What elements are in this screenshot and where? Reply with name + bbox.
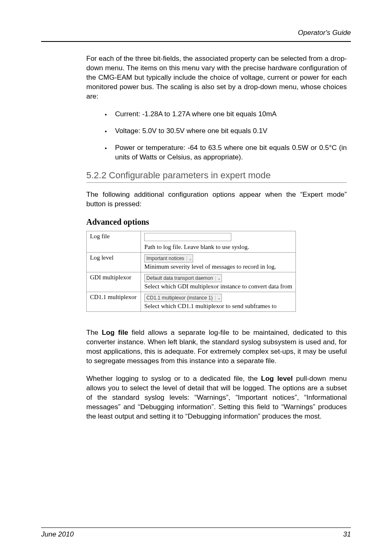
help-text: Minimum severity level of messages to re… <box>144 263 276 270</box>
table-row: Log file Path to log file. Leave blank t… <box>87 231 296 253</box>
select-value: CD1.1 multiplexor (instance 1) <box>146 295 215 301</box>
expert-intro: The following additional configuration o… <box>86 190 347 209</box>
chevron-down-icon: ⌄ <box>215 296 221 300</box>
table-row: Log level Important notices ⌄ Minimum se… <box>87 253 296 272</box>
section-heading: 5.2.2 Configurable parameters in expert … <box>86 170 347 183</box>
log-file-input[interactable] <box>144 233 231 241</box>
log-level-paragraph: Whether logging to syslog or to a dedica… <box>86 374 347 421</box>
list-item: • Voltage: 5.0V to 30.5V where one bit e… <box>105 127 347 136</box>
bullet-dot: • <box>105 127 115 136</box>
row-content: CD1.1 multiplexor (instance 1) ⌄ Select … <box>141 292 296 312</box>
list-item: • Power or temperature: -64 to 63.5 wher… <box>105 143 347 162</box>
table-row: GDI multiplexor Default data transport d… <box>87 272 296 292</box>
log-level-bold: Log level <box>261 375 293 382</box>
bullet-dot: • <box>105 110 115 119</box>
bullet-text: Current: -1.28A to 1.27A where one bit e… <box>115 110 347 119</box>
bullet-text: Power or temperature: -64 to 63.5 where … <box>115 143 347 162</box>
chevron-down-icon: ⌄ <box>187 256 192 261</box>
select-value: Default data transport daemon <box>146 275 215 281</box>
bullet-text: Voltage: 5.0V to 30.5V where one bit equ… <box>115 127 347 136</box>
advanced-options-title: Advanced options <box>86 217 347 227</box>
advanced-options-table: Log file Path to log file. Leave blank t… <box>86 231 296 312</box>
footer-page: 31 <box>343 530 351 539</box>
log-file-bold: Log file <box>102 329 128 336</box>
help-text: Path to log file. Leave blank to use sys… <box>144 244 249 250</box>
help-text: Select which CD1.1 multiplexor to send s… <box>144 303 277 309</box>
row-content: Path to log file. Leave blank to use sys… <box>141 231 296 253</box>
cd11-multiplexor-select[interactable]: CD1.1 multiplexor (instance 1) ⌄ <box>144 294 221 302</box>
row-label: CD1.1 multiplexor <box>87 292 141 312</box>
log-level-select[interactable]: Important notices ⌄ <box>144 254 193 263</box>
chevron-down-icon: ⌄ <box>215 276 221 281</box>
intro-paragraph: For each of the three bit-fields, the as… <box>86 54 347 101</box>
footer-date: June 2010 <box>41 530 74 539</box>
gdi-multiplexor-select[interactable]: Default data transport daemon ⌄ <box>144 274 222 282</box>
list-item: • Current: -1.28A to 1.27A where one bit… <box>105 110 347 119</box>
page-footer: June 2010 31 <box>41 527 351 539</box>
header-title: Operator's Guide <box>41 29 351 42</box>
table-row: CD1.1 multiplexor CD1.1 multiplexor (ins… <box>87 292 296 312</box>
log-file-paragraph: The Log file field allows a separate log… <box>86 328 347 366</box>
bullet-dot: • <box>105 143 115 162</box>
select-value: Important notices <box>146 256 187 261</box>
row-content: Default data transport daemon ⌄ Select w… <box>141 272 296 292</box>
row-content: Important notices ⌄ Minimum severity lev… <box>141 253 296 272</box>
help-text: Select which GDI multiplexor instance to… <box>144 283 292 290</box>
row-label: GDI multiplexor <box>87 272 141 292</box>
row-label: Log level <box>87 253 141 272</box>
row-label: Log file <box>87 231 141 253</box>
bullet-list: • Current: -1.28A to 1.27A where one bit… <box>86 110 347 162</box>
